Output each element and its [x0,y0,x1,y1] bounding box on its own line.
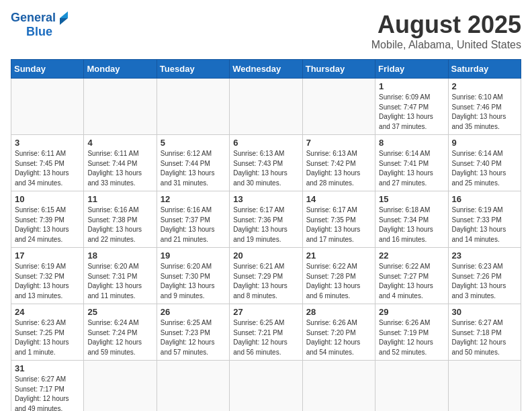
day-info: Sunrise: 6:27 AM Sunset: 7:18 PM Dayligh… [452,318,517,357]
day-number: 5 [161,138,226,148]
weekday-header-thursday: Thursday [302,60,375,79]
day-number: 20 [233,250,298,261]
day-info: Sunrise: 6:14 AM Sunset: 7:40 PM Dayligh… [452,149,517,188]
calendar-cell: 21Sunrise: 6:22 AM Sunset: 7:28 PM Dayli… [302,248,375,304]
calendar-cell: 22Sunrise: 6:22 AM Sunset: 7:27 PM Dayli… [375,248,448,304]
calendar-week-5: 24Sunrise: 6:23 AM Sunset: 7:25 PM Dayli… [11,304,521,361]
day-info: Sunrise: 6:13 AM Sunset: 7:43 PM Dayligh… [233,149,298,188]
calendar-week-1: 1Sunrise: 6:09 AM Sunset: 7:47 PM Daylig… [11,79,521,135]
calendar-cell [302,361,375,412]
calendar-cell: 16Sunrise: 6:19 AM Sunset: 7:33 PM Dayli… [448,191,521,248]
day-info: Sunrise: 6:23 AM Sunset: 7:26 PM Dayligh… [452,262,517,301]
day-info: Sunrise: 6:26 AM Sunset: 7:20 PM Dayligh… [306,318,371,357]
day-number: 14 [306,194,371,204]
calendar-cell: 1Sunrise: 6:09 AM Sunset: 7:47 PM Daylig… [375,79,448,135]
calendar-cell: 27Sunrise: 6:25 AM Sunset: 7:21 PM Dayli… [230,304,302,361]
weekday-header-saturday: Saturday [448,60,521,79]
weekday-header-tuesday: Tuesday [157,60,229,79]
logo-general: General [11,11,56,25]
day-number: 30 [452,307,517,317]
title-block: August 2025 Mobile, Alabama, United Stat… [371,11,521,51]
day-info: Sunrise: 6:25 AM Sunset: 7:21 PM Dayligh… [233,318,298,357]
day-number: 10 [15,194,80,204]
day-info: Sunrise: 6:18 AM Sunset: 7:34 PM Dayligh… [379,205,444,244]
calendar-cell: 6Sunrise: 6:13 AM Sunset: 7:43 PM Daylig… [230,135,302,191]
day-info: Sunrise: 6:16 AM Sunset: 7:38 PM Dayligh… [87,205,152,244]
day-number: 1 [379,81,444,91]
calendar-cell: 12Sunrise: 6:16 AM Sunset: 7:37 PM Dayli… [157,191,229,248]
calendar-cell: 18Sunrise: 6:20 AM Sunset: 7:31 PM Dayli… [84,248,157,304]
day-info: Sunrise: 6:09 AM Sunset: 7:47 PM Dayligh… [379,93,444,132]
calendar-cell: 7Sunrise: 6:13 AM Sunset: 7:42 PM Daylig… [302,135,375,191]
calendar-cell [230,79,302,135]
day-number: 22 [379,250,444,261]
calendar-week-4: 17Sunrise: 6:19 AM Sunset: 7:32 PM Dayli… [11,248,521,304]
day-number: 3 [15,138,80,148]
day-info: Sunrise: 6:15 AM Sunset: 7:39 PM Dayligh… [15,205,80,244]
calendar-cell: 3Sunrise: 6:11 AM Sunset: 7:45 PM Daylig… [11,135,84,191]
calendar-cell: 17Sunrise: 6:19 AM Sunset: 7:32 PM Dayli… [11,248,84,304]
day-number: 6 [233,138,298,148]
day-info: Sunrise: 6:19 AM Sunset: 7:33 PM Dayligh… [452,205,517,244]
calendar-table: SundayMondayTuesdayWednesdayThursdayFrid… [11,59,521,411]
day-number: 7 [306,138,371,148]
logo-blue: Blue [26,25,52,39]
day-number: 26 [161,307,226,317]
calendar-cell [375,361,448,412]
calendar-header-row: SundayMondayTuesdayWednesdayThursdayFrid… [11,60,521,79]
day-info: Sunrise: 6:26 AM Sunset: 7:19 PM Dayligh… [379,318,444,357]
day-number: 16 [452,194,517,204]
calendar-cell [302,79,375,135]
day-info: Sunrise: 6:20 AM Sunset: 7:31 PM Dayligh… [87,262,152,301]
day-info: Sunrise: 6:12 AM Sunset: 7:44 PM Dayligh… [161,149,226,188]
calendar-week-6: 31Sunrise: 6:27 AM Sunset: 7:17 PM Dayli… [11,361,521,412]
calendar-cell: 29Sunrise: 6:26 AM Sunset: 7:19 PM Dayli… [375,304,448,361]
calendar-cell: 28Sunrise: 6:26 AM Sunset: 7:20 PM Dayli… [302,304,375,361]
page-header: General Blue August 2025 Mobile, Alabama… [11,11,521,51]
day-info: Sunrise: 6:25 AM Sunset: 7:23 PM Dayligh… [161,318,226,357]
calendar-cell: 26Sunrise: 6:25 AM Sunset: 7:23 PM Dayli… [157,304,229,361]
day-number: 24 [15,307,80,317]
calendar-cell: 25Sunrise: 6:24 AM Sunset: 7:24 PM Dayli… [84,304,157,361]
day-number: 13 [233,194,298,204]
month-title: August 2025 [371,11,521,39]
day-number: 25 [87,307,152,317]
calendar-cell: 10Sunrise: 6:15 AM Sunset: 7:39 PM Dayli… [11,191,84,248]
day-info: Sunrise: 6:17 AM Sunset: 7:36 PM Dayligh… [233,205,298,244]
calendar-cell: 13Sunrise: 6:17 AM Sunset: 7:36 PM Dayli… [230,191,302,248]
location-title: Mobile, Alabama, United States [371,39,521,51]
calendar-cell [448,361,521,412]
day-info: Sunrise: 6:11 AM Sunset: 7:45 PM Dayligh… [15,149,80,188]
day-info: Sunrise: 6:14 AM Sunset: 7:41 PM Dayligh… [379,149,444,188]
day-number: 28 [306,307,371,317]
calendar-cell: 24Sunrise: 6:23 AM Sunset: 7:25 PM Dayli… [11,304,84,361]
day-number: 9 [452,138,517,148]
day-info: Sunrise: 6:17 AM Sunset: 7:35 PM Dayligh… [306,205,371,244]
day-info: Sunrise: 6:19 AM Sunset: 7:32 PM Dayligh… [15,262,80,301]
day-number: 8 [379,138,444,148]
calendar-week-2: 3Sunrise: 6:11 AM Sunset: 7:45 PM Daylig… [11,135,521,191]
day-info: Sunrise: 6:13 AM Sunset: 7:42 PM Dayligh… [306,149,371,188]
weekday-header-sunday: Sunday [11,60,84,79]
weekday-header-friday: Friday [375,60,448,79]
day-info: Sunrise: 6:23 AM Sunset: 7:25 PM Dayligh… [15,318,80,357]
calendar-cell: 9Sunrise: 6:14 AM Sunset: 7:40 PM Daylig… [448,135,521,191]
day-info: Sunrise: 6:24 AM Sunset: 7:24 PM Dayligh… [87,318,152,357]
day-number: 21 [306,250,371,261]
day-number: 19 [161,250,226,261]
day-number: 27 [233,307,298,317]
calendar-cell [230,361,302,412]
day-number: 15 [379,194,444,204]
calendar-week-3: 10Sunrise: 6:15 AM Sunset: 7:39 PM Dayli… [11,191,521,248]
day-info: Sunrise: 6:22 AM Sunset: 7:27 PM Dayligh… [379,262,444,301]
day-info: Sunrise: 6:16 AM Sunset: 7:37 PM Dayligh… [161,205,226,244]
day-number: 11 [87,194,152,204]
day-number: 31 [15,363,80,373]
calendar-cell [157,79,229,135]
day-number: 17 [15,250,80,261]
day-number: 12 [161,194,226,204]
day-number: 29 [379,307,444,317]
calendar-cell: 4Sunrise: 6:11 AM Sunset: 7:44 PM Daylig… [84,135,157,191]
weekday-header-wednesday: Wednesday [230,60,302,79]
calendar-cell: 8Sunrise: 6:14 AM Sunset: 7:41 PM Daylig… [375,135,448,191]
